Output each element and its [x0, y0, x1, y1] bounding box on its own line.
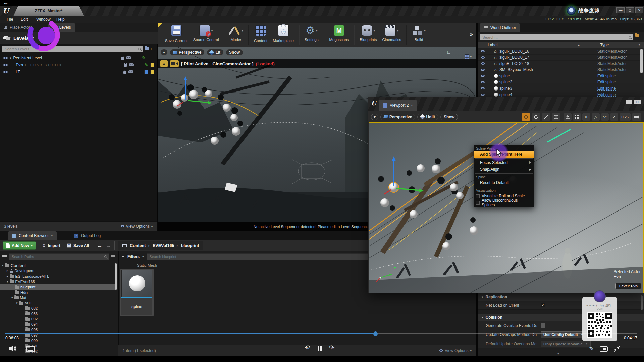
tree-item[interactable]: ▾Content: [0, 263, 117, 268]
tree-item[interactable]: ▾MTI: [0, 300, 117, 306]
scale-tool-button[interactable]: [542, 113, 550, 121]
skip-back-button[interactable]: ↶ 10: [305, 344, 310, 351]
expand-more-icon[interactable]: ▼: [557, 352, 560, 355]
label-column-header[interactable]: Label: [488, 43, 497, 47]
save-state-icon[interactable]: ✎: [142, 55, 146, 60]
edit-spline-link[interactable]: Edit spline: [597, 80, 616, 84]
grid-snap-button[interactable]: [573, 113, 581, 121]
megascans-button[interactable]: M Megascans: [327, 25, 352, 42]
outliner-row[interactable]: spline Edit spline: [478, 73, 644, 79]
viewport2-titlebar[interactable]: U Viewport 2 ▾ — □: [368, 97, 644, 111]
tree-item[interactable]: 086: [0, 311, 117, 316]
import-button[interactable]: ↧ Import: [42, 243, 60, 248]
visibility-eye-icon[interactable]: [481, 56, 485, 59]
subtitle-icon[interactable]: [26, 346, 35, 352]
generate-overlap-checkbox[interactable]: [541, 323, 545, 328]
tab-content-browser[interactable]: Content Browser ▾: [8, 231, 57, 240]
levels-search[interactable]: [2, 46, 143, 52]
maximize-button[interactable]: □: [634, 100, 641, 104]
tree-item[interactable]: ▸Developers: [0, 268, 117, 274]
viewport-options-button[interactable]: ▾: [160, 49, 168, 56]
player-scrubber-dot[interactable]: [373, 331, 378, 336]
collapse-button[interactable]: [614, 346, 620, 352]
type-column-header[interactable]: Type: [600, 43, 609, 47]
skip-forward-button[interactable]: ↷ 30: [329, 344, 335, 351]
restore-button[interactable]: □: [626, 7, 634, 13]
visibility-eye-icon[interactable]: [481, 81, 485, 83]
tree-item[interactable]: 092: [0, 316, 117, 322]
angle-snap-value-button[interactable]: 5°: [601, 113, 609, 121]
search-assets-input[interactable]: [149, 254, 376, 259]
settings-button[interactable]: ⚙ ▾ Settings: [302, 25, 321, 42]
world-space-button[interactable]: [552, 113, 560, 121]
breadcrumb-current[interactable]: blueprint: [181, 243, 199, 248]
player-progress-track[interactable]: [5, 333, 637, 334]
search-paths[interactable]: [9, 253, 109, 260]
play-in-level-icon[interactable]: [126, 56, 131, 59]
outliner-row[interactable]: ⌂ slguR_LOD0_18 StaticMeshActor: [478, 61, 644, 67]
tree-item[interactable]: 101: [0, 343, 117, 349]
search-paths-input[interactable]: [11, 254, 104, 259]
outliner-search[interactable]: [480, 34, 633, 40]
mini-player-button[interactable]: [600, 346, 608, 352]
expand-arrow-icon[interactable]: ▾: [16, 301, 18, 305]
outliner-row[interactable]: ⌂ slguR_LOD0_17 StaticMeshActor: [478, 55, 644, 61]
tree-item[interactable]: ▾EVEVol165: [0, 279, 117, 284]
pilot-camera-icon[interactable]: [170, 60, 179, 67]
surface-snap-button[interactable]: [564, 113, 572, 121]
expand-arrow-icon[interactable]: ▾: [2, 264, 4, 267]
marketplace-button[interactable]: u Marketplace: [270, 25, 297, 43]
tree-item[interactable]: 094: [0, 322, 117, 327]
view-options-caret[interactable]: ▾: [151, 224, 153, 229]
viewport-options-button[interactable]: ▾: [371, 114, 378, 120]
visibility-eye-icon[interactable]: [3, 64, 8, 66]
net-load-checkbox[interactable]: ✓: [541, 303, 545, 307]
menu-item-reset-to-default[interactable]: Reset to Default: [474, 179, 534, 186]
show-button[interactable]: Show: [440, 114, 458, 120]
toolbar-overflow-chevrons[interactable]: »: [470, 31, 473, 38]
unlit-button[interactable]: Unlit: [417, 114, 438, 120]
lock-icon[interactable]: [121, 57, 124, 60]
source-control-button[interactable]: ▾ Source Control: [191, 25, 222, 42]
nav-back-button[interactable]: ←: [97, 243, 102, 249]
tab-output-log[interactable]: › Output Log: [70, 231, 105, 240]
menu-file[interactable]: File: [7, 17, 13, 22]
blueprints-button[interactable]: ▾ Blueprints: [357, 25, 379, 42]
edit-pencil-button[interactable]: ✎: [589, 345, 594, 352]
tree-scrollbar[interactable]: [115, 263, 117, 290]
scale-snap-icon[interactable]: ↗: [610, 113, 618, 121]
expand-arrow-icon[interactable]: ▾: [10, 56, 11, 60]
close-button[interactable]: ×: [635, 7, 643, 13]
viewport2-tab[interactable]: Viewport 2 ▾: [379, 100, 417, 111]
play-in-level-icon[interactable]: [128, 70, 133, 73]
visibility-eye-icon[interactable]: [481, 75, 485, 77]
visibility-eye-icon[interactable]: [481, 50, 485, 52]
volume-icon[interactable]: [8, 345, 17, 353]
visibility-eye-icon[interactable]: [481, 87, 485, 89]
more-options-button[interactable]: ⋯: [626, 346, 632, 352]
player-back-icon[interactable]: ←: [3, 0, 8, 5]
content-button[interactable]: Content: [251, 25, 270, 43]
outliner-search-input[interactable]: [482, 35, 629, 40]
minimize-button[interactable]: —: [616, 7, 625, 13]
lock-icon[interactable]: [123, 71, 126, 74]
build-button[interactable]: ▾ Build: [409, 25, 428, 42]
outliner-row[interactable]: ⌂ SM_Skybox_Mesh StaticMeshActor: [478, 67, 644, 73]
minimize-button[interactable]: —: [626, 100, 632, 104]
add-new-button[interactable]: Add New ▾: [3, 241, 36, 250]
perspective-button[interactable]: Perspective: [170, 49, 205, 56]
scale-snap-value-button[interactable]: 0.25: [620, 113, 631, 121]
sort-ascending-icon[interactable]: ▴: [578, 43, 579, 46]
filters-button[interactable]: Filters: [127, 254, 140, 259]
outliner-row[interactable]: spline2 Edit spline: [478, 79, 644, 86]
outliner-row[interactable]: spline3 Edit spline: [478, 85, 644, 92]
tree-item[interactable]: 082: [0, 306, 117, 311]
camera-speed-button[interactable]: [632, 113, 641, 121]
menu-item-allow-discontinuous[interactable]: Allow Discontinuous Splines: [474, 199, 534, 206]
sources-toggle-icon[interactable]: [2, 255, 7, 259]
document-tab[interactable]: ZZFX_Master*: [13, 6, 84, 16]
outliner-add-filter-button[interactable]: [635, 34, 639, 37]
search-assets[interactable]: [147, 253, 378, 260]
details-scrollbar[interactable]: [641, 295, 643, 310]
update-overlaps-dropdown[interactable]: Use Config Default ▼: [541, 331, 586, 338]
